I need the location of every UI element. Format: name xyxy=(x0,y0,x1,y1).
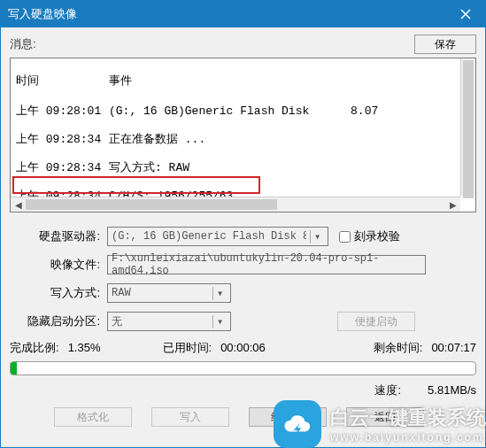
log-listbox[interactable]: 时间事件 上午 09:28:01(G:, 16 GB)Generic Flash… xyxy=(10,58,476,212)
chevron-down-icon: ▾ xyxy=(212,315,227,328)
message-label: 消息: xyxy=(10,36,414,52)
abort-button[interactable]: 终止[A] xyxy=(249,407,327,427)
quick-boot-button[interactable]: 便捷启动 xyxy=(337,312,415,331)
drive-label: 硬盘驱动器: xyxy=(10,228,107,244)
vertical-scrollbar[interactable] xyxy=(460,58,475,197)
image-path-input[interactable]: F:\xunleixiazai\ubuntukylin-20.04-pro-sp… xyxy=(107,255,426,274)
scroll-right-icon[interactable]: ▶ xyxy=(445,197,460,212)
hide-partition-combobox[interactable]: 无 ▾ xyxy=(107,312,231,331)
dialog-window: 写入硬盘映像 消息: 保存 时间事件 上午 09:28:01(G:, 16 GB… xyxy=(0,0,486,448)
verify-checkbox-input[interactable] xyxy=(339,231,351,243)
close-icon[interactable] xyxy=(445,1,485,27)
write-mode-combobox[interactable]: RAW ▾ xyxy=(107,283,231,303)
remain-label: 剩余时间: xyxy=(374,341,423,354)
scroll-left-icon[interactable]: ◀ xyxy=(11,197,26,212)
hide-partition-label: 隐藏启动分区: xyxy=(10,313,107,329)
log-header-event: 事件 xyxy=(109,74,132,88)
chevron-down-icon: ▾ xyxy=(212,287,227,300)
log-event: 正在准备数据 ... xyxy=(109,133,205,146)
image-label: 映像文件: xyxy=(10,257,107,273)
speed-label: 速度: xyxy=(374,383,401,397)
remain-value: 00:07:17 xyxy=(431,341,476,354)
write-button[interactable]: 写入 xyxy=(151,407,229,427)
progress-fill xyxy=(11,362,17,375)
verify-checkbox[interactable]: 刻录校验 xyxy=(339,228,400,244)
mode-label: 写入方式: xyxy=(10,285,107,301)
log-time: 上午 09:28:34 xyxy=(16,161,109,175)
ratio-value: 1.35% xyxy=(68,341,101,354)
log-event: 写入方式: RAW xyxy=(109,161,189,174)
log-header-time: 时间 xyxy=(16,74,109,89)
log-content: 时间事件 上午 09:28:01(G:, 16 GB)Generic Flash… xyxy=(11,58,475,212)
speed-value: 5.81MB/s xyxy=(428,383,476,397)
log-time: 上午 09:28:01 xyxy=(16,104,109,119)
dialog-body: 消息: 保存 时间事件 上午 09:28:01(G:, 16 GB)Generi… xyxy=(1,27,485,434)
save-button[interactable]: 保存 xyxy=(414,35,476,54)
drive-combobox[interactable]: (G:, 16 GB)Generic Flash Disk 8.07 ▾ xyxy=(107,227,328,246)
elapsed-value: 00:00:06 xyxy=(220,341,266,354)
elapsed-label: 已用时间: xyxy=(163,341,212,354)
horizontal-scrollbar[interactable]: ◀ ▶ xyxy=(11,197,460,212)
ratio-label: 完成比例: xyxy=(10,341,59,354)
log-time: 上午 09:28:34 xyxy=(16,133,109,147)
close-button[interactable]: 返回 xyxy=(346,407,424,427)
progress-bar xyxy=(10,361,476,375)
format-button[interactable]: 格式化 xyxy=(54,407,132,427)
window-title: 写入硬盘映像 xyxy=(8,6,445,22)
titlebar: 写入硬盘映像 xyxy=(1,1,485,27)
chevron-down-icon: ▾ xyxy=(310,230,324,243)
log-event: (G:, 16 GB)Generic Flash Disk 8.07 xyxy=(109,104,378,118)
